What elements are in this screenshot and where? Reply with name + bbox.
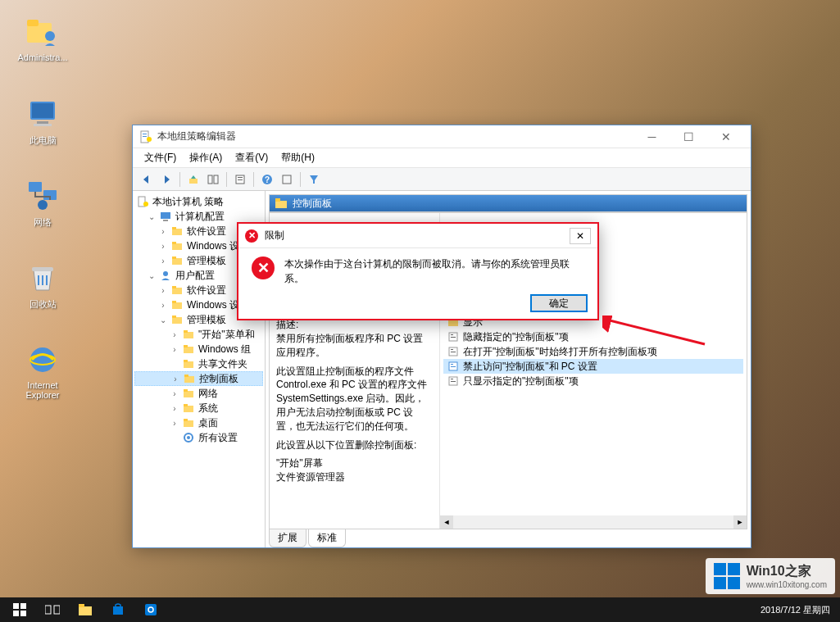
network-icon (25, 179, 60, 213)
policy-icon (136, 195, 149, 208)
tree-desktop[interactable]: › 桌面 (134, 415, 263, 430)
tree-start-menu[interactable]: › "开始"菜单和 (134, 327, 263, 342)
options-button[interactable] (278, 170, 296, 188)
right-panel-title: 控制面板 (293, 197, 332, 211)
settings-button[interactable] (134, 597, 167, 622)
desktop-icon-label: Internet Explorer (10, 380, 75, 400)
show-hide-button[interactable] (204, 170, 222, 188)
computer-icon (25, 97, 60, 131)
expand-icon[interactable]: › (157, 286, 169, 295)
scroll-right-button[interactable]: ► (733, 515, 747, 529)
expand-icon[interactable]: › (169, 404, 180, 413)
desktop-icon-label: 此电脑 (10, 134, 75, 147)
expand-icon[interactable]: › (157, 301, 169, 310)
tree-system[interactable]: › 系统 (134, 401, 263, 415)
help-button[interactable]: ? (258, 170, 276, 188)
tree-computer-config[interactable]: ⌄ 计算机配置 (134, 209, 263, 224)
app-icon (139, 130, 152, 143)
svg-rect-28 (161, 212, 170, 219)
svg-rect-49 (184, 376, 194, 383)
desktop-icon-label: Administra... (10, 52, 75, 62)
svg-rect-14 (143, 134, 147, 134)
tree-root[interactable]: 本地计算机 策略 (134, 194, 263, 209)
up-button[interactable] (184, 170, 202, 188)
svg-rect-61 (448, 320, 458, 326)
menu-help[interactable]: 帮助(H) (275, 149, 321, 166)
forward-button[interactable] (157, 170, 175, 188)
expand-icon[interactable]: › (169, 330, 180, 339)
list-item[interactable]: 在打开"控制面板"时始终打开所有控制面板项 (443, 344, 743, 359)
svg-rect-78 (13, 611, 19, 616)
collapse-icon[interactable]: ⌄ (146, 212, 157, 221)
svg-point-16 (147, 137, 152, 142)
properties-button[interactable] (231, 170, 249, 188)
desktop-icon-ie[interactable]: Internet Explorer (10, 343, 75, 400)
list-item[interactable]: 隐藏指定的"控制面板"项 (443, 329, 743, 344)
svg-rect-6 (34, 124, 52, 126)
window-title: 本地组策略编辑器 (157, 129, 633, 143)
maximize-button[interactable]: ☐ (670, 125, 707, 148)
collapse-icon[interactable]: ⌄ (146, 271, 157, 280)
svg-rect-46 (184, 345, 188, 347)
filter-button[interactable] (305, 170, 323, 188)
expand-icon[interactable]: › (157, 227, 169, 236)
desktop-icon-network[interactable]: 网络 (10, 179, 75, 229)
task-view-button[interactable] (36, 597, 69, 622)
expand-icon[interactable]: › (157, 242, 169, 251)
tree-windows-comp[interactable]: › Windows 组 (134, 342, 263, 356)
tab-extended[interactable]: 扩展 (269, 529, 306, 547)
svg-rect-32 (172, 243, 182, 250)
svg-rect-34 (172, 258, 182, 265)
svg-rect-15 (143, 136, 147, 137)
store-button[interactable] (102, 597, 134, 622)
tree-all-settings[interactable]: 所有设置 (134, 430, 263, 445)
svg-rect-4 (32, 103, 53, 118)
tree-network[interactable]: › 网络 (134, 386, 263, 401)
svg-rect-50 (184, 375, 188, 377)
svg-rect-67 (451, 349, 453, 350)
expand-icon[interactable]: › (169, 345, 180, 354)
menu-file[interactable]: 文件(F) (138, 149, 183, 166)
menu-view[interactable]: 查看(V) (229, 149, 275, 166)
svg-rect-30 (172, 229, 182, 235)
list-item[interactable]: 只显示指定的"控制面板"项 (443, 374, 743, 388)
svg-rect-42 (172, 316, 176, 318)
ok-button[interactable]: 确定 (530, 294, 588, 312)
settings-icon (182, 431, 195, 444)
recycle-bin-icon (25, 261, 60, 295)
tree-shared-folders[interactable]: 共享文件夹 (134, 356, 263, 371)
expand-icon[interactable]: › (170, 375, 181, 384)
desc-text: 禁用所有控制面板程序和 PC 设置应用程序。 (276, 332, 433, 360)
taskbar-clock[interactable]: 2018/7/12 星期四 (754, 604, 837, 616)
svg-rect-77 (20, 603, 26, 609)
setting-icon (447, 375, 460, 388)
desktop-icon-this-pc[interactable]: 此电脑 (10, 97, 75, 147)
svg-rect-25 (283, 175, 291, 184)
expand-icon[interactable]: › (157, 257, 169, 266)
error-dialog: ✕ 限制 ✕ ✕ 本次操作由于这台计算机的限制而被取消。请与你的系统管理员联系。… (238, 223, 598, 320)
setting-icon (447, 345, 460, 358)
dialog-close-button[interactable]: ✕ (570, 228, 591, 244)
collapse-icon[interactable]: ⌄ (157, 316, 169, 325)
horizontal-scrollbar[interactable]: ◄ ► (440, 515, 747, 529)
expand-icon[interactable]: › (169, 419, 180, 428)
list-item-selected[interactable]: 禁止访问"控制面板"和 PC 设置 (443, 359, 743, 374)
minimize-button[interactable]: ─ (633, 125, 670, 148)
svg-rect-84 (113, 606, 123, 615)
tab-standard[interactable]: 标准 (308, 529, 346, 547)
menu-action[interactable]: 操作(A) (183, 149, 229, 166)
tree-control-panel[interactable]: › 控制面板 (134, 371, 263, 386)
scroll-left-button[interactable]: ◄ (440, 515, 453, 529)
back-button[interactable] (138, 170, 156, 188)
svg-rect-68 (451, 352, 456, 352)
expand-icon[interactable]: › (169, 389, 180, 398)
desc-text: "开始"屏幕 (276, 456, 433, 470)
svg-rect-35 (172, 257, 176, 259)
start-button[interactable] (3, 597, 36, 622)
svg-rect-53 (184, 406, 193, 412)
desktop-icon-recycle-bin[interactable]: 回收站 (10, 261, 75, 311)
svg-rect-33 (172, 242, 176, 244)
file-explorer-button[interactable] (69, 597, 102, 622)
close-button[interactable]: ✕ (707, 125, 744, 148)
desktop-icon-administrator[interactable]: Administra... (10, 15, 75, 62)
